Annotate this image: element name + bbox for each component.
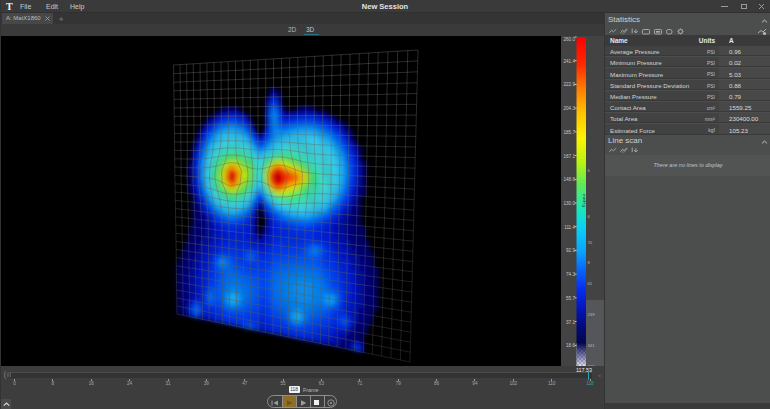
svg-text:130.0: 130.0 — [564, 201, 576, 206]
svg-text:92.9: 92.9 — [566, 248, 575, 253]
svg-text:6: 6 — [588, 214, 591, 219]
svg-text:61: 61 — [588, 281, 593, 286]
svg-text:70: 70 — [588, 240, 593, 245]
svg-text:111.4: 111.4 — [564, 225, 575, 230]
svg-text:74.3: 74.3 — [566, 272, 575, 277]
svg-text:18.6: 18.6 — [566, 343, 575, 348]
svg-text:241.4: 241.4 — [564, 59, 576, 64]
svg-text:185.7: 185.7 — [564, 130, 576, 135]
svg-text:341: 341 — [588, 343, 596, 348]
svg-text:204.3: 204.3 — [564, 106, 576, 111]
svg-text:260.0: 260.0 — [564, 37, 576, 42]
svg-text:55.7: 55.7 — [566, 296, 575, 301]
svg-text:148.6: 148.6 — [564, 177, 576, 182]
svg-text:37.1: 37.1 — [566, 320, 575, 325]
svg-text:mmHg: mmHg — [582, 194, 587, 207]
svg-text:6: 6 — [588, 168, 591, 173]
svg-text:222.9: 222.9 — [564, 82, 576, 87]
svg-text:239: 239 — [588, 312, 596, 317]
svg-text:8: 8 — [588, 260, 591, 265]
svg-text:167.1: 167.1 — [564, 154, 576, 159]
